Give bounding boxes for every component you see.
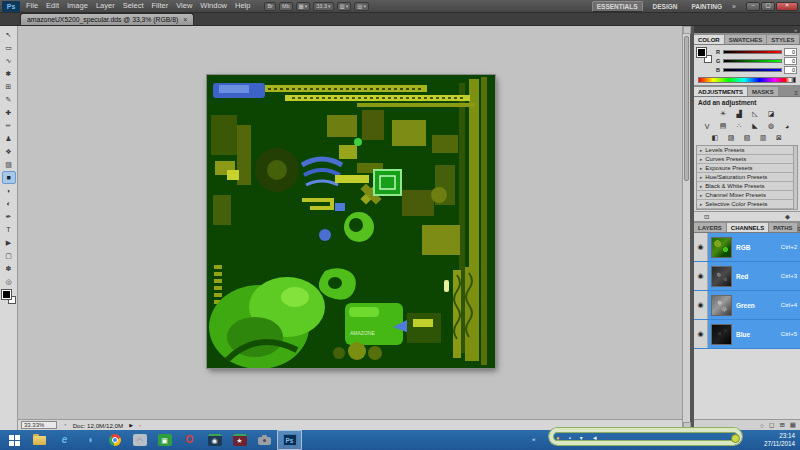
bridge-icon[interactable]: Br — [264, 2, 276, 11]
taskbar-camera-app-button[interactable] — [252, 430, 277, 450]
g-slider-track[interactable] — [723, 59, 782, 63]
lasso-tool[interactable]: ∿ — [2, 54, 16, 67]
brightness-contrast-adjustment-icon[interactable]: ☀ — [717, 109, 730, 119]
taskbar-app-dark-star-button[interactable]: ★ — [227, 430, 252, 450]
preset-item-black-white-presets[interactable]: ▸Black & White Presets — [697, 182, 793, 191]
menu-layer[interactable]: Layer — [92, 0, 119, 12]
vibrance-adjustment-icon[interactable]: V — [701, 121, 714, 131]
color-tab-styles[interactable]: STYLES — [767, 35, 799, 44]
threshold-adjustment-icon[interactable]: ▧ — [741, 133, 754, 143]
taskbar-photoshop-button[interactable]: Ps — [277, 430, 302, 450]
pen-tool[interactable]: ✒ — [2, 210, 16, 223]
taskbar-app-dark-camera-button[interactable]: ◉ — [202, 430, 227, 450]
taskbar-opera-button[interactable]: O — [177, 430, 202, 450]
channel-row-rgb[interactable]: ◉RGBCtrl+2 — [694, 233, 800, 262]
spot-healing-brush-tool[interactable]: ✚ — [2, 106, 16, 119]
tray-volume-icon[interactable]: ◄ — [592, 435, 598, 441]
visibility-eye-icon[interactable]: ◉ — [694, 291, 708, 319]
clone-stamp-tool[interactable]: ♟ — [2, 132, 16, 145]
exposure-adjustment-icon[interactable]: ◪ — [765, 109, 778, 119]
workspace-essentials[interactable]: ESSENTIALS — [592, 1, 643, 12]
taskbar-app-gray-button[interactable]: ◠ — [127, 430, 152, 450]
zoom-tool[interactable]: ◎ — [2, 275, 16, 288]
b-value-field[interactable]: 0 — [784, 66, 797, 74]
move-tool[interactable]: ↖ — [2, 28, 16, 41]
dock-collapse-bar[interactable]: » — [694, 26, 800, 33]
type-tool[interactable]: T — [2, 223, 16, 236]
posterize-adjustment-icon[interactable]: ▨ — [725, 133, 738, 143]
channel-mixer-adjustment-icon[interactable]: ◕ — [781, 121, 794, 131]
load-channel-as-selection-icon[interactable]: ○ — [760, 422, 764, 429]
invert-adjustment-icon[interactable]: ◧ — [709, 133, 722, 143]
close-tab-icon[interactable]: × — [183, 16, 187, 23]
crop-tool[interactable]: ⊞ — [2, 80, 16, 93]
workspace-overflow-chevron[interactable]: » — [732, 3, 736, 10]
show-hidden-icons-button[interactable]: « — [532, 436, 535, 442]
history-brush-tool[interactable]: ❖ — [2, 145, 16, 158]
color-tab-color[interactable]: COLOR — [694, 35, 725, 44]
curves-adjustment-icon[interactable]: ◺ — [749, 109, 762, 119]
tray-app-gold-icon[interactable]: ● — [556, 435, 560, 441]
preset-item-levels-presets[interactable]: ▸Levels Presets — [697, 146, 793, 155]
menu-filter[interactable]: Filter — [148, 0, 173, 12]
preset-item-curves-presets[interactable]: ▸Curves Presets — [697, 155, 793, 164]
scrollbar-thumb[interactable] — [684, 36, 689, 181]
gradient-tool[interactable]: ■ — [2, 171, 16, 184]
hue-saturation-adjustment-icon[interactable]: ▤ — [717, 121, 730, 131]
rectangle-tool[interactable]: ▢ — [2, 249, 16, 262]
menu-help[interactable]: Help — [231, 0, 254, 12]
gradient-map-adjustment-icon[interactable]: ▥ — [757, 133, 770, 143]
channels-tab-paths[interactable]: PATHS — [769, 223, 797, 232]
screen-mode-dropdown[interactable]: ▤▾ — [354, 2, 369, 11]
selective-color-adjustment-icon[interactable]: ⊠ — [773, 133, 786, 143]
menu-select[interactable]: Select — [119, 0, 148, 12]
color-tab-swatches[interactable]: SWATCHES — [725, 35, 768, 44]
channel-row-blue[interactable]: ◉BlueCtrl+5 — [694, 320, 800, 349]
mini-bridge-icon[interactable]: Mb — [279, 2, 293, 11]
taskbar-internet-explorer-button[interactable]: e — [52, 430, 77, 450]
save-selection-as-channel-icon[interactable]: ◻ — [769, 421, 774, 429]
minimize-button[interactable]: – — [746, 2, 760, 11]
blur-tool[interactable]: ◗ — [2, 184, 16, 197]
channel-row-green[interactable]: ◉GreenCtrl+4 — [694, 291, 800, 320]
canvas-area[interactable]: AMAZONE — [18, 26, 682, 419]
channel-row-red[interactable]: ◉RedCtrl+3 — [694, 262, 800, 291]
preset-item-exposure-presets[interactable]: ▸Exposure Presets — [697, 164, 793, 173]
eraser-tool[interactable]: ▨ — [2, 158, 16, 171]
r-value-field[interactable]: 0 — [784, 48, 797, 56]
menu-window[interactable]: Window — [196, 0, 231, 12]
hand-tool[interactable]: ✽ — [2, 262, 16, 275]
taskbar-file-explorer-button[interactable] — [27, 430, 52, 450]
eyedropper-tool[interactable]: ✎ — [2, 93, 16, 106]
new-channel-icon[interactable]: ⊞ — [779, 421, 784, 429]
canvas-image[interactable]: AMAZONE — [207, 75, 495, 368]
menu-image[interactable]: Image — [63, 0, 92, 12]
levels-adjustment-icon[interactable]: ▟ — [733, 109, 746, 119]
arrange-documents-dropdown[interactable]: ▥▾ — [337, 2, 352, 11]
foreground-background-swatch[interactable] — [2, 290, 16, 304]
path-selection-tool[interactable]: ▶ — [2, 236, 16, 249]
status-zoom-field[interactable]: 33.33% — [21, 421, 57, 429]
channels-tab-layers[interactable]: LAYERS — [694, 223, 727, 232]
foreground-color-swatch[interactable] — [697, 48, 706, 57]
color-spectrum-ramp[interactable] — [698, 77, 796, 83]
taskbar-start-button[interactable] — [2, 430, 27, 450]
adjustments-panel-menu-icon[interactable]: ≡ — [794, 90, 800, 96]
g-value-field[interactable]: 0 — [784, 57, 797, 65]
workspace-painting[interactable]: PAINTING — [688, 2, 727, 11]
workspace-design[interactable]: DESIGN — [649, 2, 682, 11]
color-panel-swatch[interactable] — [697, 48, 712, 63]
tray-updown-icon[interactable]: ▾ — [580, 435, 583, 441]
channels-tab-channels[interactable]: CHANNELS — [727, 223, 769, 232]
color-balance-adjustment-icon[interactable]: ∴ — [733, 121, 746, 131]
photo-filter-adjustment-icon[interactable]: ◍ — [765, 121, 778, 131]
preset-item-hue-saturation-presets[interactable]: ▸Hue/Saturation Presets — [697, 173, 793, 182]
scroll-up-button[interactable] — [683, 26, 691, 34]
status-options-arrow[interactable]: ▶ — [129, 422, 133, 428]
r-slider-track[interactable] — [723, 50, 782, 54]
dodge-tool[interactable]: ◐ — [2, 197, 16, 210]
view-extras-dropdown[interactable]: ▦▾ — [296, 2, 311, 11]
restore-button[interactable]: ▢ — [761, 2, 775, 11]
menu-file[interactable]: File — [22, 0, 42, 12]
taskbar-app-green-button[interactable]: ▣ — [152, 430, 177, 450]
